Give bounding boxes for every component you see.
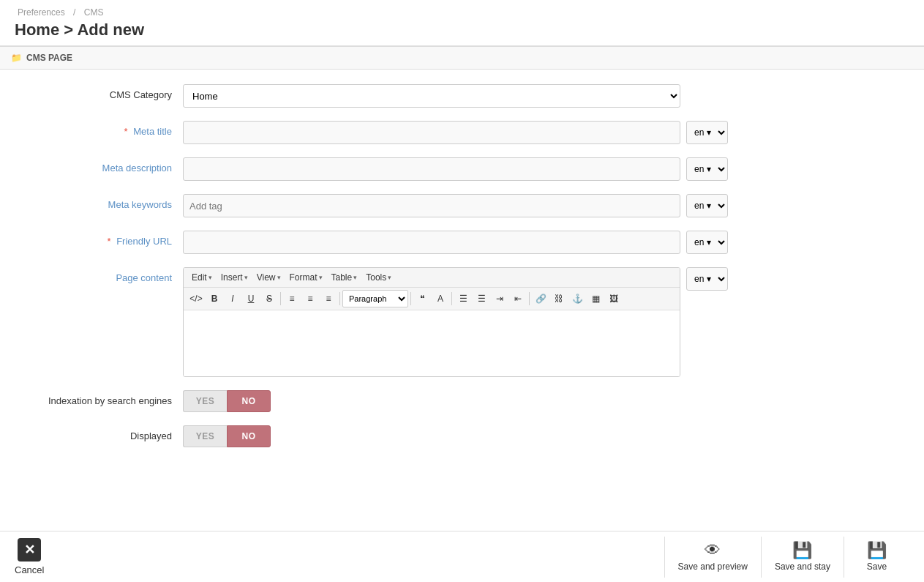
meta-keywords-lang[interactable]: en ▾ bbox=[686, 194, 728, 217]
tb-underline-btn[interactable]: U bbox=[242, 290, 260, 307]
displayed-label: Displayed bbox=[22, 425, 183, 441]
page-content-lang[interactable]: en ▾ bbox=[686, 267, 728, 291]
meta-title-input[interactable] bbox=[183, 121, 680, 144]
tb-image-btn[interactable]: 🖼 bbox=[605, 290, 623, 307]
paragraph-select[interactable]: Paragraph Heading 1 Heading 2 Heading 3 bbox=[342, 290, 408, 307]
meta-keywords-label: Meta keywords bbox=[22, 194, 183, 210]
tb-outdent-btn[interactable]: ⇤ bbox=[509, 290, 527, 307]
tb-table-btn[interactable]: ▦ bbox=[587, 290, 604, 307]
meta-description-label: Meta description bbox=[22, 157, 183, 174]
tb-align-center-btn[interactable]: ≡ bbox=[301, 290, 319, 307]
tb-bold-btn[interactable]: B bbox=[206, 290, 223, 307]
friendly-url-label: * Friendly URL bbox=[22, 231, 183, 247]
tb-separator-3 bbox=[410, 292, 411, 305]
meta-title-row: * Meta title en ▾ bbox=[22, 121, 902, 144]
cms-category-row: CMS Category Home About Services Contact bbox=[22, 84, 902, 108]
indexation-yes-btn[interactable]: YES bbox=[183, 390, 227, 412]
displayed-toggle: YES NO bbox=[183, 425, 271, 447]
meta-keywords-input[interactable] bbox=[183, 194, 680, 217]
tb-separator-2 bbox=[339, 292, 340, 305]
friendly-url-row: * Friendly URL en ▾ bbox=[22, 231, 902, 254]
meta-description-row: Meta description en ▾ bbox=[22, 157, 902, 181]
menu-format[interactable]: Format ▾ bbox=[286, 271, 326, 284]
tb-separator-5 bbox=[529, 292, 530, 305]
meta-description-input[interactable] bbox=[183, 157, 680, 181]
breadcrumb: Preferences / CMS bbox=[15, 7, 909, 18]
cms-category-select[interactable]: Home About Services Contact bbox=[183, 84, 680, 108]
tb-blockquote-btn[interactable]: ❝ bbox=[413, 290, 431, 307]
tb-unlink-btn[interactable]: ⛓ bbox=[550, 290, 568, 307]
folder-icon: 📁 bbox=[11, 53, 22, 63]
editor-toolbar: </> B I U S ≡ ≡ ≡ Paragraph Heading 1 bbox=[184, 288, 680, 310]
meta-title-label: * Meta title bbox=[22, 121, 183, 137]
page-content-label: Page content bbox=[22, 267, 183, 283]
displayed-row: Displayed YES NO bbox=[22, 425, 902, 447]
tb-separator-1 bbox=[280, 292, 281, 305]
page-content-row: Page content Edit ▾ Insert ▾ View ▾ Form… bbox=[22, 267, 902, 377]
tb-code-btn[interactable]: </> bbox=[187, 290, 205, 307]
menu-insert[interactable]: Insert ▾ bbox=[217, 271, 252, 284]
meta-description-lang[interactable]: en ▾ bbox=[686, 157, 728, 181]
tb-link-btn[interactable]: 🔗 bbox=[532, 290, 549, 307]
editor-menubar: Edit ▾ Insert ▾ View ▾ Format ▾ Table ▾ … bbox=[184, 268, 680, 288]
section-header: 📁 CMS PAGE bbox=[0, 46, 924, 70]
meta-keywords-row: Meta keywords en ▾ bbox=[22, 194, 902, 217]
meta-title-group: en ▾ bbox=[183, 121, 902, 144]
friendly-url-input[interactable] bbox=[183, 231, 680, 254]
menu-edit[interactable]: Edit ▾ bbox=[188, 271, 216, 284]
tb-num-list-btn[interactable]: ☰ bbox=[473, 290, 490, 307]
meta-title-lang[interactable]: en ▾ bbox=[686, 121, 728, 144]
editor-body[interactable] bbox=[184, 310, 680, 376]
footer-bar: ✕ Cancel 👁 Save and preview 💾 Save and s… bbox=[0, 531, 924, 534]
tb-bullet-list-btn[interactable]: ☰ bbox=[454, 290, 472, 307]
tb-align-left-btn[interactable]: ≡ bbox=[283, 290, 301, 307]
friendly-url-group: en ▾ bbox=[183, 231, 902, 254]
tb-align-right-btn[interactable]: ≡ bbox=[320, 290, 337, 307]
indexation-toggle: YES NO bbox=[183, 390, 271, 412]
form: CMS Category Home About Services Contact… bbox=[0, 70, 924, 475]
cms-category-group: Home About Services Contact bbox=[183, 84, 902, 108]
tb-separator-4 bbox=[451, 292, 452, 305]
cms-category-label: CMS Category bbox=[22, 84, 183, 100]
section-label: CMS PAGE bbox=[26, 53, 72, 63]
indexation-label: Indexation by search engines bbox=[22, 390, 183, 406]
tb-italic-btn[interactable]: I bbox=[224, 290, 241, 307]
meta-keywords-group: en ▾ bbox=[183, 194, 902, 217]
editor-wrapper: Edit ▾ Insert ▾ View ▾ Format ▾ Table ▾ … bbox=[183, 267, 680, 377]
displayed-yes-btn[interactable]: YES bbox=[183, 425, 227, 447]
page-title: Home > Add new bbox=[15, 20, 909, 40]
displayed-no-btn[interactable]: NO bbox=[227, 425, 271, 447]
page-content-group: Edit ▾ Insert ▾ View ▾ Format ▾ Table ▾ … bbox=[183, 267, 902, 377]
menu-tools[interactable]: Tools ▾ bbox=[362, 271, 395, 284]
indexation-no-btn[interactable]: NO bbox=[227, 390, 271, 412]
menu-table[interactable]: Table ▾ bbox=[328, 271, 361, 284]
tb-indent-btn[interactable]: ⇥ bbox=[491, 290, 508, 307]
friendly-url-lang[interactable]: en ▾ bbox=[686, 231, 728, 254]
tb-strikethrough-btn[interactable]: S bbox=[260, 290, 278, 307]
tb-format-btn[interactable]: A bbox=[432, 290, 449, 307]
meta-description-group: en ▾ bbox=[183, 157, 902, 181]
menu-view[interactable]: View ▾ bbox=[253, 271, 285, 284]
tb-anchor-btn[interactable]: ⚓ bbox=[568, 290, 586, 307]
indexation-row: Indexation by search engines YES NO bbox=[22, 390, 902, 412]
